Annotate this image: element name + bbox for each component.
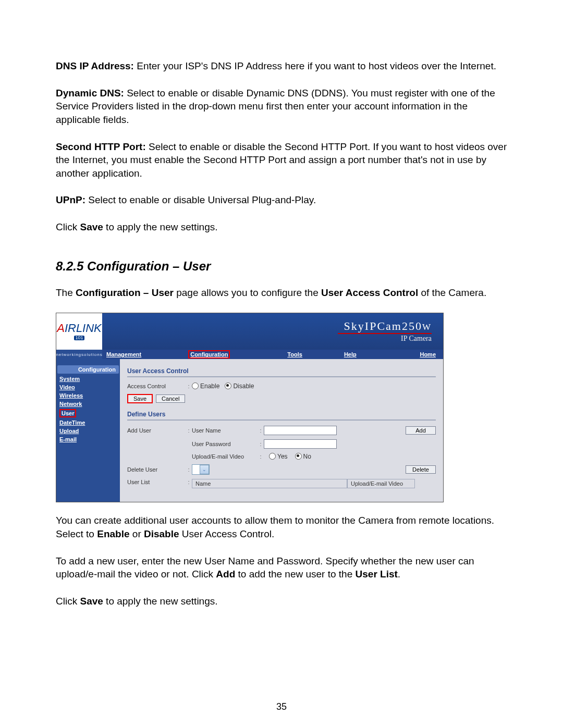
chevron-down-icon: ⌄	[200, 465, 209, 474]
user-password-label: User Password	[192, 441, 258, 447]
sidebar-datetime[interactable]: DateTime	[56, 418, 120, 427]
user-password-input[interactable]	[264, 439, 337, 449]
para-click-save-2: Click Save to apply the new settings.	[56, 595, 507, 608]
para-upnp: UPnP: Select to enable or disable Univer…	[56, 193, 507, 207]
brand-tagline: networkingsolutions	[56, 350, 102, 359]
delete-button[interactable]: Delete	[406, 465, 436, 474]
radio-disable[interactable]: Disable	[225, 382, 254, 390]
nav-tools[interactable]: Tools	[287, 351, 302, 357]
nav-management[interactable]: Management	[106, 351, 141, 357]
nav-configuration[interactable]: Configuration	[188, 350, 230, 359]
radio-no[interactable]: No	[295, 453, 311, 460]
user-list-table: Name Upload/E-mail Video	[192, 479, 415, 488]
para-http: Second HTTP Port: Select to enable or di…	[56, 140, 507, 180]
sidebar-video[interactable]: Video	[56, 383, 120, 391]
user-name-label: User Name	[192, 427, 258, 434]
user-name-input[interactable]	[264, 426, 337, 435]
uac-header: User Access Control	[127, 367, 436, 377]
th-name: Name	[192, 479, 347, 488]
nav-home[interactable]: Home	[420, 351, 436, 357]
airlink-logo: AIRLINK 101	[56, 313, 102, 350]
nav-help[interactable]: Help	[344, 351, 357, 357]
sidebar-upload[interactable]: Upload	[56, 427, 120, 435]
para-after: You can create additional user accounts …	[56, 514, 507, 540]
th-upload: Upload/E-mail Video	[347, 479, 415, 488]
upnp-text: Select to enable or disable Universal Pl…	[85, 194, 316, 205]
upnp-label: UPnP:	[56, 194, 85, 205]
cancel-button[interactable]: Cancel	[156, 394, 185, 403]
upload-email-label: Upload/E-mail Video	[192, 453, 258, 460]
access-control-label: Access Control	[127, 383, 186, 389]
radio-yes[interactable]: Yes	[269, 453, 288, 460]
para-intro: The Configuration – User page allows you…	[56, 286, 507, 300]
http-label: Second HTTP Port:	[56, 141, 146, 152]
section-title: 8.2.5 Configuration – User	[56, 259, 507, 274]
define-users-header: Define Users	[127, 411, 436, 421]
sidebar-network[interactable]: Network	[56, 400, 120, 408]
user-list-label: User List	[127, 479, 186, 485]
sidebar-system[interactable]: System	[56, 375, 120, 383]
ddns-label: Dynamic DNS:	[56, 88, 124, 98]
delete-user-select[interactable]: ⌄	[192, 464, 210, 475]
para-dns: DNS IP Address: Enter your ISP's DNS IP …	[56, 59, 507, 73]
para-click-save-1: Click Save to apply the new settings.	[56, 220, 507, 234]
dns-label: DNS IP Address:	[56, 60, 134, 71]
para-add-user: To add a new user, enter the new User Na…	[56, 554, 507, 581]
delete-user-label: Delete User	[127, 466, 186, 473]
dns-text: Enter your ISP's DNS IP Address here if …	[134, 60, 496, 71]
radio-enable[interactable]: Enable	[192, 382, 219, 390]
page-number: 35	[0, 701, 563, 712]
sidebar-user[interactable]: User	[56, 408, 120, 418]
add-user-label: Add User	[127, 427, 186, 434]
config-screenshot: AIRLINK 101 SkyIPCam250W IP Camera netwo…	[56, 313, 444, 502]
add-button[interactable]: Add	[406, 426, 436, 435]
sidebar-email[interactable]: E-mail	[56, 435, 120, 443]
save-button[interactable]: Save	[127, 394, 153, 403]
sidebar-header: Configuration	[57, 365, 119, 374]
sidebar-wireless[interactable]: Wireless	[56, 391, 120, 400]
brand-title: SkyIPCam250W IP Camera	[338, 320, 432, 342]
para-ddns: Dynamic DNS: Select to enable or disable…	[56, 87, 507, 127]
